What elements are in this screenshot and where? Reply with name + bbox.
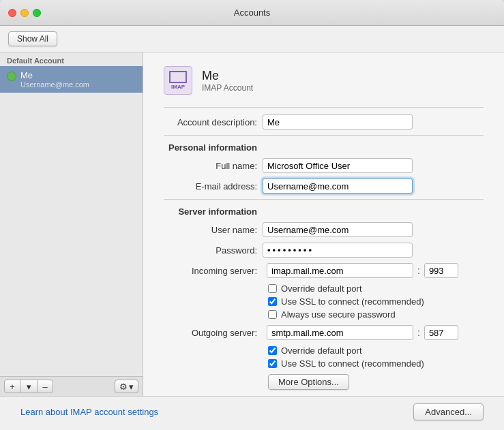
outgoing-server-row: Outgoing server: : [164, 325, 484, 340]
secure-pwd-row: Always use secure password [268, 309, 484, 320]
description-input[interactable] [263, 114, 413, 129]
fullname-row: Full name: [164, 158, 484, 173]
email-input[interactable] [263, 179, 413, 194]
more-options-button[interactable]: More Options... [268, 374, 349, 390]
gear-arrow-icon: ▾ [129, 382, 134, 392]
window-title: Accounts [234, 7, 270, 18]
sidebar-footer-left: + ▾ – [4, 380, 53, 393]
advanced-button[interactable]: Advanced... [413, 403, 484, 420]
minimize-button[interactable] [20, 9, 29, 17]
learn-link[interactable]: Learn about IMAP account settings [20, 407, 158, 417]
show-all-button[interactable]: Show All [8, 31, 57, 46]
toolbar: Show All [0, 26, 504, 52]
incoming-server-row: Incoming server: : [164, 263, 484, 278]
ssl-label: Use SSL to connect (recommended) [281, 296, 424, 307]
ssl-label-2: Use SSL to connect (recommended) [281, 358, 424, 369]
remove-account-button[interactable]: – [37, 380, 53, 393]
override-port-checkbox[interactable] [268, 284, 277, 293]
description-label: Account description: [164, 117, 263, 127]
server-section-label: Server information [164, 206, 263, 217]
colon-1: : [417, 265, 420, 276]
username-input[interactable] [263, 222, 413, 237]
account-header: IMAP Me IMAP Account [164, 66, 484, 95]
password-row: Password: [164, 243, 484, 258]
password-label: Password: [164, 245, 263, 256]
titlebar: Accounts [0, 0, 504, 26]
traffic-lights [8, 9, 41, 17]
content-area: Default Account Me Username@me.com + ▾ –… [0, 52, 504, 396]
personal-section-row: Personal information [164, 142, 484, 153]
secure-pwd-checkbox[interactable] [268, 310, 277, 319]
sidebar-item-text: Me Username@me.com [20, 70, 136, 89]
override-port-checkbox-2[interactable] [268, 346, 277, 355]
outgoing-port-input[interactable] [424, 325, 458, 340]
email-row: E-mail address: [164, 179, 484, 194]
gear-icon: ⚙ [119, 382, 128, 392]
imap-icon: IMAP [164, 66, 192, 95]
colon-2: : [417, 327, 420, 338]
fullname-input[interactable] [263, 158, 413, 173]
override-port-row: Override default port [268, 283, 484, 294]
username-label: User name: [164, 225, 263, 235]
divider-1 [164, 107, 484, 108]
server-section-row: Server information [164, 206, 484, 217]
more-options-row: More Options... [268, 374, 484, 390]
ssl-checkbox-2[interactable] [268, 359, 277, 368]
secure-pwd-label: Always use secure password [281, 309, 396, 320]
dropdown-button[interactable]: ▾ [20, 380, 37, 393]
sidebar-account-email: Username@me.com [20, 80, 136, 89]
imap-label: IMAP [171, 84, 185, 90]
sidebar-account-item[interactable]: Me Username@me.com [0, 66, 143, 93]
sidebar-header: Default Account [0, 52, 143, 66]
gear-button[interactable]: ⚙ ▾ [115, 380, 138, 393]
account-status-icon [7, 72, 16, 81]
override-port-label-2: Override default port [281, 345, 362, 356]
close-button[interactable] [8, 9, 16, 17]
incoming-server-input[interactable] [267, 263, 413, 278]
bottom-bar: Learn about IMAP account settings Advanc… [0, 396, 504, 430]
email-label: E-mail address: [164, 181, 263, 191]
sidebar-footer: + ▾ – ⚙ ▾ [0, 376, 143, 396]
password-input[interactable] [263, 243, 413, 258]
username-row: User name: [164, 222, 484, 237]
divider-3 [164, 199, 484, 200]
account-display-name: Me [202, 69, 253, 83]
ssl-row-2: Use SSL to connect (recommended) [268, 358, 484, 369]
maximize-button[interactable] [33, 9, 41, 17]
ssl-row: Use SSL to connect (recommended) [268, 296, 484, 307]
ssl-checkbox[interactable] [268, 297, 277, 306]
add-account-button[interactable]: + [4, 380, 20, 393]
sidebar-spacer [0, 93, 143, 376]
sidebar: Default Account Me Username@me.com + ▾ –… [0, 52, 143, 396]
incoming-port-input[interactable] [424, 263, 458, 278]
main-panel: IMAP Me IMAP Account Account description… [143, 52, 504, 396]
outgoing-server-label: Outgoing server: [164, 328, 263, 338]
account-title-group: Me IMAP Account [202, 69, 253, 93]
override-port-label: Override default port [281, 283, 362, 294]
main-window: Accounts Show All Default Account Me Use… [0, 0, 504, 430]
divider-2 [164, 135, 484, 136]
outgoing-server-input[interactable] [267, 325, 413, 340]
sidebar-account-name: Me [20, 70, 136, 80]
personal-section-label: Personal information [164, 142, 263, 153]
envelope-icon [169, 71, 187, 83]
fullname-label: Full name: [164, 161, 263, 171]
override-port-row-2: Override default port [268, 345, 484, 356]
account-type-label: IMAP Account [202, 83, 253, 93]
incoming-server-label: Incoming server: [164, 266, 263, 276]
description-row: Account description: [164, 114, 484, 129]
